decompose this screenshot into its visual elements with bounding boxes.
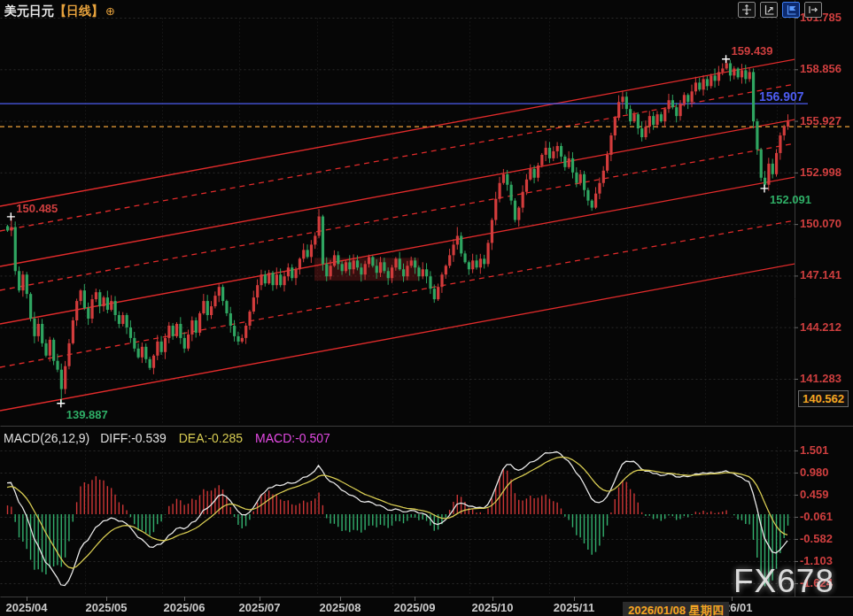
price-axis-label: 141.283 <box>800 372 841 385</box>
period-tag: 【日线】 <box>54 4 104 18</box>
macd-axis-label: 0.459 <box>800 488 829 501</box>
chart-toolbar <box>738 2 822 18</box>
time-axis-label: 2025/09 <box>384 601 446 614</box>
symbol-name: 美元日元 <box>4 4 54 18</box>
crosshair-date-tooltip: 2026/01/08 星期四 <box>623 602 729 616</box>
pivot-price-label: 150.485 <box>16 202 58 215</box>
price-axis-label: 158.856 <box>800 62 841 75</box>
price-axis-label: 147.141 <box>800 268 841 281</box>
time-axis-label: 2025/06 <box>153 601 215 614</box>
blue-hline-price-label: 156.907 <box>759 89 804 104</box>
price-axis-label: 152.998 <box>800 166 841 179</box>
pan-crosshair-icon[interactable] <box>738 2 756 18</box>
time-axis-label: 2025/07 <box>229 601 291 614</box>
pivot-price-label: 159.439 <box>732 44 773 58</box>
time-axis-label: 2025/08 <box>309 601 371 614</box>
pivot-price-label: 152.091 <box>770 193 811 206</box>
time-axis-label: 2025/11 <box>543 601 605 614</box>
auto-scale-flag-icon[interactable] <box>782 2 800 18</box>
macd-axis-label: -0.061 <box>800 510 833 523</box>
time-axis-label: 2025/05 <box>75 601 137 614</box>
macd-diff-value: DIFF:-0.539 <box>100 431 167 445</box>
macd-axis-label: 0.980 <box>800 466 829 479</box>
chart-application: 美元日元【日线】⊕ 161.785158.856155.927152.99815… <box>0 0 853 616</box>
pivot-price-label: 139.887 <box>66 408 108 421</box>
price-axis-label: 150.070 <box>800 217 841 230</box>
macd-indicator-header: MACD(26,12,9) DIFF:-0.539 DEA:-0.285 MAC… <box>4 431 330 445</box>
price-axis-label: 155.927 <box>800 114 841 127</box>
scroll-to-latest-icon[interactable] <box>804 2 822 18</box>
watermark: FX678 <box>733 563 834 600</box>
macd-axis-label: -0.582 <box>800 532 833 545</box>
macd-name: MACD(26,12,9) <box>4 431 89 445</box>
axis-scale-icon[interactable] <box>760 2 778 18</box>
price-axis-label: 144.212 <box>800 320 841 334</box>
macd-macd-value: MACD:-0.507 <box>255 431 330 445</box>
add-indicator-icon[interactable]: ⊕ <box>105 4 115 18</box>
chart-canvas[interactable] <box>0 0 853 616</box>
time-axis-label: 2025/04 <box>0 601 58 614</box>
crosshair-price-box: 140.562 <box>798 390 849 407</box>
chart-title: 美元日元【日线】⊕ <box>4 4 115 19</box>
macd-axis-label: 1.501 <box>800 443 829 457</box>
macd-dea-value: DEA:-0.285 <box>179 431 243 445</box>
time-axis-label: 2025/10 <box>461 601 523 614</box>
